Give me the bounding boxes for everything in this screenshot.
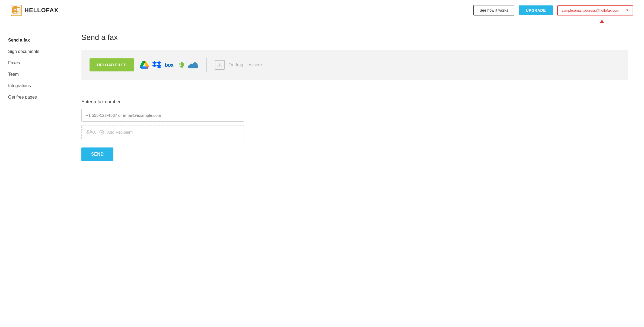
box-icon[interactable]: box <box>165 62 174 68</box>
hellofax-logo-icon: ⎘ <box>11 5 22 16</box>
annotation-arrow <box>600 20 604 38</box>
header: ⎘ HELLOFAX See how it works UPGRADE samp… <box>0 0 644 21</box>
layout: Send a fax Sign documents Faxes Team Int… <box>0 21 644 327</box>
chevron-down-icon: ▼ <box>626 8 629 12</box>
see-how-button[interactable]: See how it works <box>473 5 515 15</box>
vertical-divider <box>206 58 207 72</box>
add-recipient-label: Add Recipient <box>107 130 132 134</box>
evernote-icon[interactable] <box>177 61 185 69</box>
upload-files-button[interactable]: UPLOAD FILES <box>90 58 134 71</box>
section-separator <box>81 88 628 88</box>
svg-rect-4 <box>14 11 18 12</box>
drag-drop-area: Or drag files here <box>215 60 262 70</box>
page-title: Send a fax <box>81 33 628 42</box>
sidebar-item-team[interactable]: Team <box>8 69 57 80</box>
logo-text: HELLOFAX <box>24 7 58 14</box>
drag-files-label: Or drag files here <box>228 62 262 67</box>
cloud-service-icons: box <box>140 61 199 69</box>
sidebar: Send a fax Sign documents Faxes Team Int… <box>0 21 65 327</box>
onedrive-icon[interactable] <box>188 61 198 69</box>
user-email-text: sample.email.address@hellofax.com <box>562 8 619 12</box>
svg-rect-5 <box>218 66 222 67</box>
google-drive-icon[interactable] <box>140 61 149 69</box>
sidebar-item-sign-documents[interactable]: Sign documents <box>8 46 57 57</box>
header-right: See how it works UPGRADE sample.email.ad… <box>473 5 633 15</box>
plus-circle-icon <box>99 130 104 135</box>
user-dropdown[interactable]: sample.email.address@hellofax.com ▼ <box>557 5 633 15</box>
sidebar-item-get-free-pages[interactable]: Get free pages <box>8 92 57 103</box>
sidebar-item-integrations[interactable]: Integrations <box>8 80 57 92</box>
sidebar-item-faxes[interactable]: Faxes <box>8 57 57 69</box>
main-content: Send a fax UPLOAD FILES b <box>65 21 644 327</box>
logo-area: ⎘ HELLOFAX <box>11 5 58 16</box>
send-button[interactable]: SEND <box>81 147 113 161</box>
add-recipient-button[interactable]: &#o; Add Recipient <box>81 125 244 139</box>
download-icon <box>215 60 225 70</box>
dropbox-icon[interactable] <box>152 61 161 69</box>
sidebar-item-send-fax[interactable]: Send a fax <box>8 34 57 46</box>
upload-area: UPLOAD FILES box <box>81 50 628 80</box>
fax-number-input[interactable] <box>81 109 244 122</box>
upgrade-button[interactable]: UPGRADE <box>519 5 553 15</box>
fax-number-label: Enter a fax number <box>81 99 628 105</box>
plus-circle-icon: &#o; <box>86 129 96 135</box>
